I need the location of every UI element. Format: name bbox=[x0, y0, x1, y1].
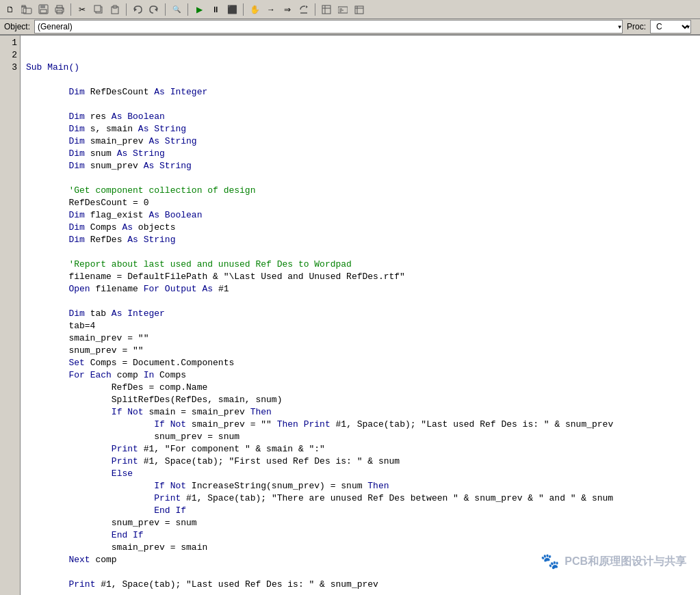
code-line: Open filename For Output As #1 bbox=[26, 284, 229, 294]
sep2 bbox=[126, 3, 127, 16]
proc-label: Proc: bbox=[623, 22, 650, 31]
code-line: End If bbox=[26, 530, 144, 540]
code-line: End If bbox=[26, 505, 186, 516]
code-line: Dim res As Boolean bbox=[26, 111, 165, 122]
toolbar: 🗋 ✂ 🔍 ▶ ⏸ ⬛ ✋ → ⇒ bbox=[0, 0, 700, 19]
code-line: Print #1, "For component " & smain & ":" bbox=[26, 444, 325, 454]
code-line: snum_prev = snum bbox=[26, 518, 197, 528]
code-line: Dim flag_exist As Boolean bbox=[26, 210, 202, 220]
sep1 bbox=[70, 3, 71, 16]
code-line: Sub Main() bbox=[26, 62, 79, 72]
code-line: filename = DefaultFilePath & "\Last Used… bbox=[26, 272, 405, 282]
code-line: Dim RefDes As String bbox=[26, 235, 175, 245]
hand-button[interactable]: ✋ bbox=[247, 2, 262, 17]
svg-marker-14 bbox=[134, 8, 137, 12]
watch-button[interactable] bbox=[335, 2, 350, 17]
redo-button[interactable] bbox=[146, 2, 161, 17]
sep6 bbox=[315, 3, 315, 16]
code-line: smain_prev = "" bbox=[26, 333, 148, 343]
code-line: snum_prev = snum bbox=[26, 432, 239, 442]
code-line: Set Comps = Document.Components bbox=[26, 358, 234, 368]
open-button[interactable] bbox=[19, 2, 34, 17]
code-line: If Not smain = smain_prev Then bbox=[26, 407, 272, 417]
editor-container: 1 2 3 Sub Main() Dim RefDesCount As Inte… bbox=[0, 36, 700, 595]
stop-button[interactable]: ⬛ bbox=[224, 2, 239, 17]
save-button[interactable] bbox=[36, 2, 51, 17]
code-line: Dim snum_prev As String bbox=[26, 161, 192, 171]
watermark-text: PCB和原理图设计与共享 bbox=[565, 555, 686, 568]
code-line: Dim s, smain As String bbox=[26, 124, 186, 134]
step-button[interactable]: → bbox=[263, 2, 278, 17]
sep3 bbox=[165, 3, 166, 16]
code-line: Print #1, Space(tab); "Last used Ref Des… bbox=[26, 579, 378, 590]
code-line: Dim tab As Integer bbox=[26, 308, 165, 319]
code-line: SplitRefDes(RefDes, smain, snum) bbox=[26, 395, 282, 405]
svg-marker-16 bbox=[306, 5, 308, 8]
code-line: Dim RefDesCount As Integer bbox=[26, 87, 207, 97]
code-line: Print #1, Space(tab); "First used Ref De… bbox=[26, 456, 400, 466]
run-button[interactable]: ▶ bbox=[192, 2, 207, 17]
step-over-button[interactable] bbox=[296, 2, 311, 17]
obj-proc-bar: Object: (General) ▼ Proc: C ▼ bbox=[0, 19, 700, 36]
find-button[interactable]: 🔍 bbox=[169, 2, 184, 17]
print-button[interactable] bbox=[52, 2, 67, 17]
object-label: Object: bbox=[0, 22, 34, 31]
svg-rect-25 bbox=[355, 6, 363, 14]
code-line: Dim Comps As objects bbox=[26, 222, 175, 233]
step-into-button[interactable]: ⇒ bbox=[280, 2, 295, 17]
code-line: 'Report about last used and unused Ref D… bbox=[26, 259, 352, 269]
code-line: If Not smain_prev = "" Then Print #1, Sp… bbox=[26, 419, 613, 429]
code-area[interactable]: Sub Main() Dim RefDesCount As Integer Di… bbox=[21, 36, 700, 595]
breakpoint-button[interactable] bbox=[319, 2, 334, 17]
object-combo[interactable]: (General) bbox=[34, 20, 623, 34]
code-line: Else bbox=[26, 468, 133, 479]
svg-rect-11 bbox=[94, 5, 101, 12]
code-line: smain_prev = smain bbox=[26, 542, 207, 553]
proc-combo[interactable]: C bbox=[650, 20, 691, 34]
undo-button[interactable] bbox=[130, 2, 145, 17]
svg-rect-5 bbox=[40, 10, 47, 13]
code-line: RefDesCount = 0 bbox=[26, 198, 148, 208]
watermark-icon: 🐾 bbox=[541, 555, 559, 568]
code-line: 'Get component collection of design bbox=[26, 185, 255, 196]
copy-button[interactable] bbox=[91, 2, 106, 17]
code-line: Print #1, Space(tab); "There are unused … bbox=[26, 493, 613, 503]
code-line: For Each comp In Comps bbox=[26, 370, 186, 380]
code-line: Dim snum As String bbox=[26, 148, 165, 159]
code-line: snum_prev = "" bbox=[26, 345, 144, 356]
pause-button[interactable]: ⏸ bbox=[208, 2, 223, 17]
svg-marker-15 bbox=[155, 8, 157, 12]
new-button[interactable]: 🗋 bbox=[3, 2, 18, 17]
code-line: Next comp bbox=[26, 555, 117, 565]
svg-point-9 bbox=[62, 8, 64, 10]
watermark: 🐾 PCB和原理图设计与共享 bbox=[541, 555, 686, 568]
svg-rect-18 bbox=[322, 5, 330, 14]
svg-rect-1 bbox=[22, 5, 25, 7]
svg-rect-4 bbox=[40, 5, 45, 8]
sep4 bbox=[187, 3, 188, 16]
line-numbers: 1 2 3 bbox=[0, 36, 21, 595]
paste-button[interactable] bbox=[107, 2, 122, 17]
code-line: Dim smain_prev As String bbox=[26, 136, 197, 146]
code-line: tab=4 bbox=[26, 321, 95, 331]
sep5 bbox=[243, 3, 244, 16]
code-line: RefDes = comp.Name bbox=[26, 382, 207, 393]
locals-button[interactable] bbox=[352, 2, 367, 17]
code-line: If Not IncreaseString(snum_prev) = snum … bbox=[26, 481, 389, 491]
cut-button[interactable]: ✂ bbox=[75, 2, 90, 17]
